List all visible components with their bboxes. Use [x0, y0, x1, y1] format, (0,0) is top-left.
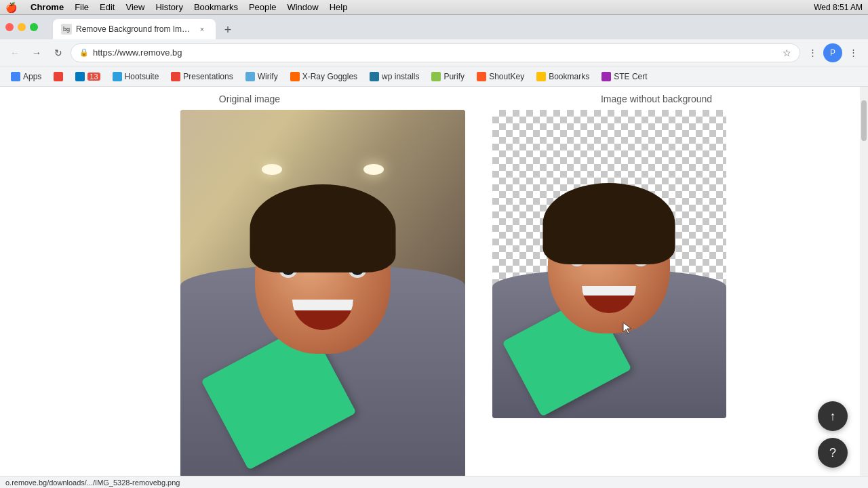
cutout-mouth [582, 286, 636, 313]
menubar-window[interactable]: Window [287, 2, 318, 12]
bookmark-wpinstalls-label: wp installs [382, 72, 419, 81]
menubar-right: Wed 8:51 AM [814, 3, 863, 12]
xray-favicon [290, 72, 300, 81]
active-tab[interactable]: bg Remove Background from Ima... × [53, 19, 216, 39]
bookmark-wirify[interactable]: Wirify [240, 70, 283, 83]
teeth [292, 300, 353, 310]
nav-bar: ← → ↻ 🔒 https://www.remove.bg ☆ ⋮ P ⋮ [0, 39, 868, 66]
tab-favicon: bg [61, 24, 72, 35]
scroll-to-top-btn[interactable]: ↑ [818, 401, 848, 431]
wirify-favicon [245, 72, 255, 81]
images-row [46, 110, 860, 476]
menubar-help[interactable]: Help [330, 2, 348, 12]
bookmark-presentations[interactable]: Presentations [165, 70, 238, 83]
bookmark-purify[interactable]: Purify [426, 70, 470, 83]
bookmark-shoutkey-label: ShoutKey [489, 72, 524, 81]
bookmark-star-icon[interactable]: ☆ [783, 47, 791, 58]
status-bar-text: o.remove.bg/downloads/.../IMG_5328-remov… [5, 479, 180, 487]
bookmark-xray-label: X-Ray Goggles [302, 72, 357, 81]
bookmark-hootsuite-label: Hootsuite [125, 72, 159, 81]
bookmark-xray[interactable]: X-Ray Goggles [285, 70, 363, 83]
shoutkey-favicon [477, 72, 486, 81]
bookmarks-favicon [536, 72, 546, 81]
address-bar[interactable]: 🔒 https://www.remove.bg ☆ [71, 43, 800, 62]
close-window-btn[interactable] [5, 23, 14, 31]
tab-close-btn[interactable]: × [197, 24, 208, 35]
bookmark-trello[interactable]: 13 [70, 70, 105, 83]
bookmark-bookmarks[interactable]: Bookmarks [531, 70, 595, 83]
back-btn[interactable]: ← [5, 43, 24, 62]
bookmark-stecert[interactable]: STE Cert [596, 70, 652, 83]
new-tab-btn[interactable]: + [218, 20, 237, 39]
person-hair [250, 184, 395, 272]
bookmark-bookmarks-label: Bookmarks [549, 72, 589, 81]
left-sidebar [0, 87, 46, 476]
reload-btn[interactable]: ↻ [49, 43, 68, 62]
help-btn[interactable]: ? [818, 438, 848, 468]
lock-icon: 🔒 [79, 48, 89, 57]
bookmark-presentations-label: Presentations [183, 72, 233, 81]
bookmark-gmail[interactable] [48, 70, 68, 83]
cutout-hair [543, 183, 675, 264]
processed-image-label: Image without background [453, 94, 860, 104]
profile-btn[interactable]: P [823, 43, 842, 62]
menubar-history[interactable]: History [155, 2, 182, 12]
gmail-favicon [54, 72, 63, 81]
page-scroll-area[interactable]: Original image Image without background [46, 87, 860, 476]
bookmark-apps-label: Apps [23, 72, 41, 81]
bookmark-hootsuite[interactable]: Hootsuite [107, 70, 165, 83]
minimize-window-btn[interactable] [18, 23, 26, 31]
address-text: https://www.remove.bg [93, 47, 778, 58]
page-content: Original image Image without background [0, 87, 868, 476]
apple-icon[interactable]: 🍎 [5, 2, 17, 13]
bookmark-wirify-label: Wirify [258, 72, 278, 81]
menubar-view[interactable]: View [125, 2, 144, 12]
status-bar: o.remove.bg/downloads/.../IMG_5328-remov… [0, 476, 868, 488]
page-inner: Original image Image without background [46, 87, 860, 476]
ceiling-light-1 [262, 164, 282, 175]
extensions-btn[interactable]: ⋮ [803, 43, 822, 62]
wpinstalls-favicon [370, 72, 379, 81]
cutout-teeth [582, 286, 636, 296]
menubar-people[interactable]: People [249, 2, 276, 12]
chrome-window: bg Remove Background from Ima... × + ← →… [0, 15, 868, 488]
original-image [180, 110, 465, 476]
processed-image [492, 110, 726, 418]
menubar-file[interactable]: File [75, 2, 89, 12]
scrollbar[interactable] [860, 87, 868, 476]
menubar-bookmarks[interactable]: Bookmarks [194, 2, 238, 12]
original-image-label: Original image [46, 94, 453, 104]
bookmark-stecert-label: STE Cert [614, 72, 647, 81]
trello-favicon [75, 72, 85, 81]
scrollbar-thumb[interactable] [861, 100, 867, 141]
tab-bar: bg Remove Background from Ima... × + [0, 15, 868, 39]
macos-menubar: 🍎 Chrome File Edit View History Bookmark… [0, 0, 868, 15]
presentations-favicon [171, 72, 180, 81]
apps-favicon [11, 72, 20, 81]
nav-right-buttons: ⋮ P ⋮ [803, 43, 863, 62]
original-photo [180, 110, 465, 476]
bookmark-shoutkey[interactable]: ShoutKey [471, 70, 530, 83]
menubar-chrome[interactable]: Chrome [31, 2, 64, 12]
bookmarks-bar: Apps 13 Hootsuite Presentations Wirify X… [0, 66, 868, 87]
bookmark-wpinstalls[interactable]: wp installs [364, 70, 425, 83]
menu-btn[interactable]: ⋮ [844, 43, 863, 62]
purify-favicon [431, 72, 441, 81]
menubar-edit[interactable]: Edit [100, 2, 115, 12]
image-labels: Original image Image without background [46, 87, 860, 104]
menubar-time: Wed 8:51 AM [814, 3, 863, 12]
maximize-window-btn[interactable] [30, 23, 38, 31]
ceiling-light-2 [363, 164, 384, 175]
ceiling-lights [180, 164, 465, 175]
stecert-favicon [601, 72, 611, 81]
bookmark-apps[interactable]: Apps [5, 70, 47, 83]
tab-title: Remove Background from Ima... [76, 24, 193, 34]
hootsuite-favicon [113, 72, 122, 81]
forward-btn[interactable]: → [27, 43, 46, 62]
mouth [292, 300, 353, 330]
person-cutout [492, 110, 726, 418]
bookmark-purify-label: Purify [443, 72, 465, 81]
fab-container: ↑ ? [818, 401, 848, 468]
